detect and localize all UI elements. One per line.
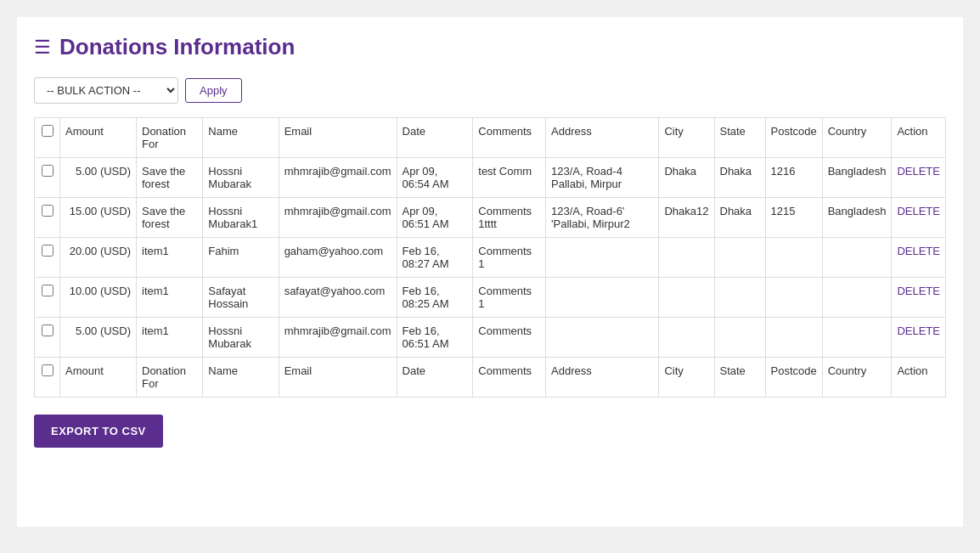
apply-button[interactable]: Apply — [185, 78, 242, 103]
delete-link-2[interactable]: DELETE — [897, 205, 940, 217]
table-footer-row: Amount Donation For Name Email Date Comm… — [35, 358, 946, 398]
header-date: Date — [397, 118, 473, 158]
row-comments: Comments 1tttt — [473, 198, 546, 238]
row-postcode: 1216 — [765, 158, 822, 198]
table-row: 5.00 (USD) Save the forest Hossni Mubara… — [35, 158, 946, 198]
page-wrapper: ☰ Donations Information -- BULK ACTION -… — [17, 17, 963, 527]
row-city — [659, 238, 714, 278]
row-action[interactable]: DELETE — [892, 198, 946, 238]
row-checkbox-cell — [35, 238, 60, 278]
footer-select-all-checkbox[interactable] — [42, 364, 54, 376]
row-date: Feb 16, 06:51 AM — [397, 318, 473, 358]
row-amount: 20.00 (USD) — [60, 238, 137, 278]
row-name: Hossni Mubarak — [203, 158, 279, 198]
row-checkbox-cell — [35, 158, 60, 198]
delete-link-5[interactable]: DELETE — [897, 324, 940, 337]
footer-action: Action — [892, 358, 946, 398]
row-country: Bangladesh — [822, 158, 892, 198]
row-checkbox-1[interactable] — [42, 165, 54, 177]
header-checkbox-col — [35, 118, 60, 158]
row-name: Hossni Mubarak1 — [203, 198, 279, 238]
footer-date: Date — [397, 358, 473, 398]
row-checkbox-cell — [35, 278, 60, 318]
delete-link-4[interactable]: DELETE — [897, 285, 940, 297]
footer-checkbox-col — [35, 358, 60, 398]
footer-email: Email — [279, 358, 397, 398]
row-comments: Comments 1 — [473, 238, 546, 278]
row-donation-for: Save the forest — [137, 198, 203, 238]
row-city: Dhaka — [659, 158, 714, 198]
row-comments: Comments 1 — [473, 278, 546, 318]
table-row: 10.00 (USD) item1 Safayat Hossain safaya… — [35, 278, 946, 318]
footer-country: Country — [822, 358, 892, 398]
row-address — [546, 278, 659, 318]
footer-donation-for: Donation For — [137, 358, 203, 398]
footer-comments: Comments — [473, 358, 546, 398]
row-address: 123/A, Road-6' 'Pallabi, Mirpur2 — [546, 198, 659, 238]
header-email: Email — [279, 118, 397, 158]
footer-state: State — [714, 358, 765, 398]
header-address: Address — [546, 118, 659, 158]
row-donation-for: item1 — [137, 238, 203, 278]
row-comments: test Comm — [473, 158, 546, 198]
header-donation-for: Donation For — [137, 118, 203, 158]
row-checkbox-4[interactable] — [42, 285, 54, 296]
row-postcode: 1215 — [765, 198, 822, 238]
row-date: Feb 16, 08:27 AM — [397, 238, 473, 278]
table-row: 5.00 (USD) item1 Hossni Mubarak mhmrajib… — [35, 318, 946, 358]
row-date: Feb 16, 08:25 AM — [397, 278, 473, 318]
row-comments: Comments — [473, 318, 546, 358]
row-checkbox-2[interactable] — [42, 205, 54, 217]
row-action[interactable]: DELETE — [892, 318, 946, 358]
page-title: Donations Information — [59, 34, 295, 60]
table-row: 15.00 (USD) Save the forest Hossni Mubar… — [35, 198, 946, 238]
row-state: Dhaka — [714, 158, 765, 198]
header-postcode: Postcode — [765, 118, 822, 158]
row-checkbox-cell — [35, 198, 60, 238]
row-country — [822, 238, 892, 278]
donations-table: Amount Donation For Name Email Date Comm… — [34, 117, 946, 398]
row-city: Dhaka12 — [659, 198, 714, 238]
footer-postcode: Postcode — [765, 358, 822, 398]
header-action: Action — [892, 118, 946, 158]
row-email: mhmrajib@gmail.com — [279, 318, 397, 358]
delete-link-1[interactable]: DELETE — [897, 165, 940, 178]
header-country: Country — [822, 118, 892, 158]
row-state — [714, 318, 765, 358]
row-name: Hossni Mubarak — [203, 318, 279, 358]
row-email: safayat@yahoo.com — [279, 278, 397, 318]
row-action[interactable]: DELETE — [892, 158, 946, 198]
row-email: mhmrajib@gmail.com — [279, 198, 397, 238]
row-amount: 15.00 (USD) — [60, 198, 137, 238]
footer-city: City — [659, 358, 714, 398]
delete-link-3[interactable]: DELETE — [897, 245, 940, 257]
grid-icon: ☰ — [34, 37, 51, 59]
header-name: Name — [203, 118, 279, 158]
row-state — [714, 238, 765, 278]
row-checkbox-3[interactable] — [42, 245, 54, 257]
select-all-checkbox[interactable] — [42, 125, 54, 137]
row-amount: 5.00 (USD) — [60, 318, 137, 358]
toolbar: -- BULK ACTION --Delete Apply — [34, 77, 946, 104]
row-state — [714, 278, 765, 318]
row-date: Apr 09, 06:51 AM — [397, 198, 473, 238]
row-donation-for: item1 — [137, 318, 203, 358]
row-checkbox-5[interactable] — [42, 324, 54, 336]
row-donation-for: Save the forest — [137, 158, 203, 198]
row-name: Safayat Hossain — [203, 278, 279, 318]
row-address — [546, 238, 659, 278]
bulk-action-select[interactable]: -- BULK ACTION --Delete — [34, 77, 178, 104]
row-email: mhmrajib@gmail.com — [279, 158, 397, 198]
row-action[interactable]: DELETE — [892, 238, 946, 278]
row-city — [659, 318, 714, 358]
row-postcode — [765, 318, 822, 358]
row-donation-for: item1 — [137, 278, 203, 318]
row-postcode — [765, 278, 822, 318]
row-postcode — [765, 238, 822, 278]
header-amount: Amount — [60, 118, 137, 158]
row-city — [659, 278, 714, 318]
header-city: City — [659, 118, 714, 158]
export-csv-button[interactable]: EXPORT TO CSV — [34, 415, 163, 448]
row-address: 123/A, Road-4 Pallabi, Mirpur — [546, 158, 659, 198]
row-action[interactable]: DELETE — [892, 278, 946, 318]
